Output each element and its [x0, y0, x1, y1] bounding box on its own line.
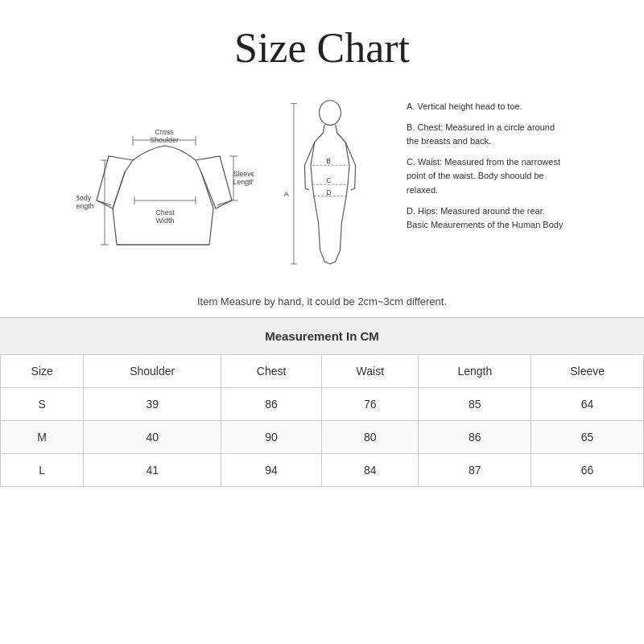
- svg-text:Chest: Chest: [155, 208, 175, 217]
- table-row: S3986768564: [1, 388, 644, 421]
- cell-chest: 90: [221, 421, 322, 454]
- col-chest: Chest: [221, 355, 322, 388]
- cell-size: M: [1, 421, 84, 454]
- cell-length: 85: [419, 388, 531, 421]
- cell-shoulder: 40: [84, 421, 221, 454]
- cell-shoulder: 41: [84, 454, 221, 487]
- cell-sleeve: 64: [531, 388, 644, 421]
- cell-sleeve: 65: [531, 421, 644, 454]
- table-header-row: Size Shoulder Chest Waist Length Sleeve: [1, 355, 644, 388]
- svg-line-24: [323, 124, 324, 133]
- cell-size: S: [1, 388, 84, 421]
- cell-length: 86: [419, 421, 531, 454]
- table-row: L4194848766: [1, 454, 644, 487]
- svg-text:B: B: [326, 157, 331, 165]
- cell-shoulder: 39: [84, 388, 221, 421]
- svg-text:Width: Width: [155, 217, 174, 225]
- cell-size: L: [1, 454, 84, 487]
- col-size: Size: [1, 355, 84, 388]
- sweater-diagram: Cross Shoulder Body Length Chest Width S…: [76, 96, 254, 281]
- svg-text:C: C: [326, 176, 331, 184]
- svg-text:Sleeve: Sleeve: [233, 170, 254, 178]
- svg-text:Cross: Cross: [155, 128, 174, 136]
- diagram-section: Cross Shoulder Body Length Chest Width S…: [0, 88, 644, 289]
- col-shoulder: Shoulder: [84, 355, 221, 388]
- cell-length: 87: [419, 454, 531, 487]
- col-length: Length: [419, 355, 531, 388]
- table-section: Measurement In CM Size Shoulder Chest Wa…: [0, 317, 644, 487]
- col-sleeve: Sleeve: [531, 355, 644, 388]
- cell-waist: 84: [322, 454, 419, 487]
- svg-line-25: [336, 124, 337, 133]
- table-row: M4090808665: [1, 421, 644, 454]
- svg-text:D: D: [326, 188, 331, 196]
- cell-waist: 80: [322, 421, 419, 454]
- size-table: Size Shoulder Chest Waist Length Sleeve …: [0, 354, 644, 487]
- body-diagram: B C D A: [278, 96, 382, 281]
- svg-text:Length: Length: [233, 178, 254, 186]
- measurements-legend: A. Vertical height head to toe. B. Chest…: [407, 96, 568, 239]
- svg-text:Body: Body: [76, 194, 92, 202]
- cell-sleeve: 66: [531, 454, 644, 487]
- svg-text:A: A: [284, 189, 290, 198]
- svg-text:Length: Length: [76, 202, 94, 210]
- cell-waist: 76: [322, 388, 419, 421]
- cell-chest: 86: [221, 388, 322, 421]
- svg-text:Shoulder: Shoulder: [150, 136, 179, 144]
- col-waist: Waist: [322, 355, 419, 388]
- page-title: Size Chart: [0, 0, 644, 88]
- svg-point-23: [320, 101, 341, 126]
- note-text: Item Measure by hand, it could be 2cm~3c…: [0, 289, 644, 317]
- table-heading: Measurement In CM: [0, 318, 644, 354]
- cell-chest: 94: [221, 454, 322, 487]
